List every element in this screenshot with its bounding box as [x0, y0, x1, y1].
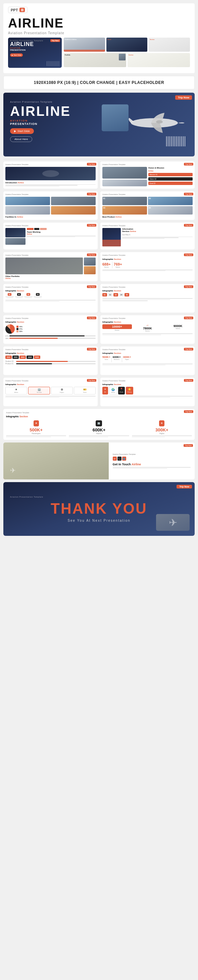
icon-box-4: 🎫 Ticket	[74, 387, 96, 395]
svg-point-1	[156, 120, 163, 124]
play-icon: ▶	[14, 130, 16, 133]
slide-infographic-years: Aviation Presentation Template Trip Now …	[3, 347, 98, 375]
year-2024: 2024	[27, 356, 33, 359]
year-2021: 2021	[5, 356, 12, 359]
subtitle: Aviation Presentation Template	[8, 31, 190, 35]
slide-infographic-pie: Aviation Presentation Template Trip Now …	[3, 315, 98, 344]
icon-box-2: 🏢 Terminal	[28, 387, 50, 395]
big-stat-300k: ✈ 300K+ Flights	[132, 419, 192, 437]
pie-badge: Trip Now	[87, 317, 96, 319]
product-badge: Trip Now	[184, 193, 193, 196]
product-img-4: 04	[148, 206, 193, 215]
portfolio-img-1	[5, 258, 83, 274]
slide-row-thankyou: Aviation Presentation Template Trip Now …	[3, 482, 195, 536]
ppt-icon: ⊞	[19, 8, 25, 12]
icons1-badge: Trip Now	[87, 379, 96, 382]
header-section: PPT ⊞ AIRLINE Aviation Presentation Temp…	[3, 3, 195, 73]
team-photos	[5, 228, 25, 245]
intro-brand-label: Aviation Presentation Template	[5, 164, 96, 165]
numsbig-stat1: 10000+ Statistic	[102, 324, 132, 332]
service-brand: Aviation Presentation Template	[102, 224, 193, 227]
slide-best-product: Aviation Presentation Template Trip Now …	[100, 191, 195, 220]
service-name: Get Ridy S	[122, 234, 193, 236]
preview-pres: PRESENTATION	[10, 49, 60, 51]
people-title: Infographic Section	[102, 352, 193, 354]
service-title: InformationService Airline	[122, 228, 193, 233]
ty-brand: Aviation Presentation Template	[10, 496, 43, 498]
preview-barcode	[47, 61, 60, 66]
infnum2-title: Infographic Section	[102, 290, 193, 292]
icons2-badge: Trip Now	[184, 379, 193, 382]
mini-text-3: Service	[149, 38, 190, 41]
inf-col-04: 04	[33, 293, 42, 298]
start-btn-label: Start Slide	[17, 130, 30, 133]
touch-photo: ✈	[3, 442, 109, 479]
facility-img-1	[5, 197, 50, 205]
portfolio-subtitle: Airline	[5, 277, 96, 279]
icon-box-1: ✈ Airline	[5, 387, 27, 395]
preview-start-btn[interactable]: ▶ Start Slide	[10, 53, 23, 57]
team-info: Team Working Airline	[27, 228, 96, 237]
about-btn[interactable]: About Here	[10, 136, 32, 142]
thank-you-text: THANK YOU	[51, 501, 147, 517]
people-stat-3: 300K+ Flights	[123, 356, 131, 362]
slide-row-5: Aviation Presentation Template Trip Now …	[3, 284, 195, 313]
numsbig-title: Infographic Section	[102, 321, 193, 323]
inf2-box-4: 04	[119, 293, 124, 296]
presentation-label: PRESENTATION	[10, 122, 37, 126]
years-brand: Aviation Presentation Template	[5, 348, 96, 350]
vision-title: Vision & Mission	[148, 167, 193, 169]
vision-trip-badge: Trip Now	[184, 163, 193, 165]
pie-chart-1	[5, 324, 15, 334]
service-text: InformationService Airline Get Ridy S	[122, 228, 193, 247]
service-photo	[102, 228, 121, 247]
icons2-title: Infographic Section	[102, 383, 193, 385]
page-wrapper: PPT ⊞ AIRLINE Aviation Presentation Temp…	[0, 0, 198, 539]
product-title: Best Product Airline	[102, 216, 193, 218]
slide-intro: Aviation Presentation Template Trip Now …	[3, 161, 98, 189]
ppt-label: PPT	[11, 8, 18, 12]
stat-688: 688+ Statistic	[102, 262, 111, 268]
facility-img-3	[5, 206, 50, 215]
infnum1-title: Infographic Section	[5, 290, 96, 292]
mini-text-5: Section	[128, 53, 190, 57]
intro-photo	[5, 167, 96, 180]
service-badge: Trip Now	[184, 224, 193, 227]
infnum1-badge: Trip Now	[87, 285, 96, 288]
inf-col-03: 03	[24, 293, 33, 298]
mini-preview-1: Facilities In Airline	[64, 38, 105, 52]
facilities-title: Facilities In Airline	[5, 216, 96, 218]
thank-you-content: Aviation Presentation Template Trip Now …	[3, 482, 195, 536]
vision-subtitle: Airline	[148, 170, 193, 172]
slide-facilities: Aviation Presentation Template Trip Now …	[3, 191, 98, 220]
about-btn-label: About Here	[14, 138, 28, 141]
people-stat-2: 600K+ Members	[113, 356, 121, 362]
slide-row-2: Aviation Presentation Template Trip Now …	[3, 191, 195, 220]
slide-team: Aviation Presentation Template Trip Now	[3, 223, 98, 250]
vision-card-1: Mission 01	[148, 173, 193, 176]
ty-trip-badge: Trip Now	[176, 485, 192, 488]
icon-colored-2: 🌍 Global	[109, 387, 117, 395]
plane-silhouette: ✈	[10, 466, 16, 474]
building-photo	[102, 104, 128, 131]
preview-trip-badge: Trip Now	[50, 39, 60, 42]
icon-colored-1: ✈ Air	[102, 387, 108, 395]
preview-airline-title: AIRLINE	[10, 41, 60, 47]
team-badge: Trip Now	[87, 224, 96, 227]
slide-infographic-numbered-2: Aviation Presentation Template Trip Now …	[100, 284, 195, 313]
slide-row-6: Aviation Presentation Template Trip Now …	[3, 315, 195, 344]
year-2023: 2023	[19, 356, 26, 359]
icon-colored-3: 📍 Route	[118, 387, 125, 395]
year-2025: 2025	[34, 356, 40, 359]
year-2022: 2022	[13, 356, 19, 359]
pie-title: Infographic Section	[5, 321, 96, 323]
slide-row-9: Aviation Presentation Template Trip Now …	[3, 409, 195, 440]
mini-text-2: Touch	[106, 38, 148, 41]
slide-infographic-icons-1: Aviation Presentation Template Trip Now …	[3, 378, 98, 406]
slide-row-10: ✈ Aviation Presentation Template Trip No…	[3, 442, 195, 479]
slide-infographic-numbers-big: Aviation Presentation Template Trip Now …	[100, 315, 195, 344]
slide-infographic-icons-2: Aviation Presentation Template Trip Now …	[100, 378, 195, 406]
start-slide-btn[interactable]: ▶ Start Slide	[10, 128, 34, 134]
mini-preview-2: Touch	[106, 38, 148, 52]
ppt-badge: PPT ⊞	[8, 7, 27, 13]
